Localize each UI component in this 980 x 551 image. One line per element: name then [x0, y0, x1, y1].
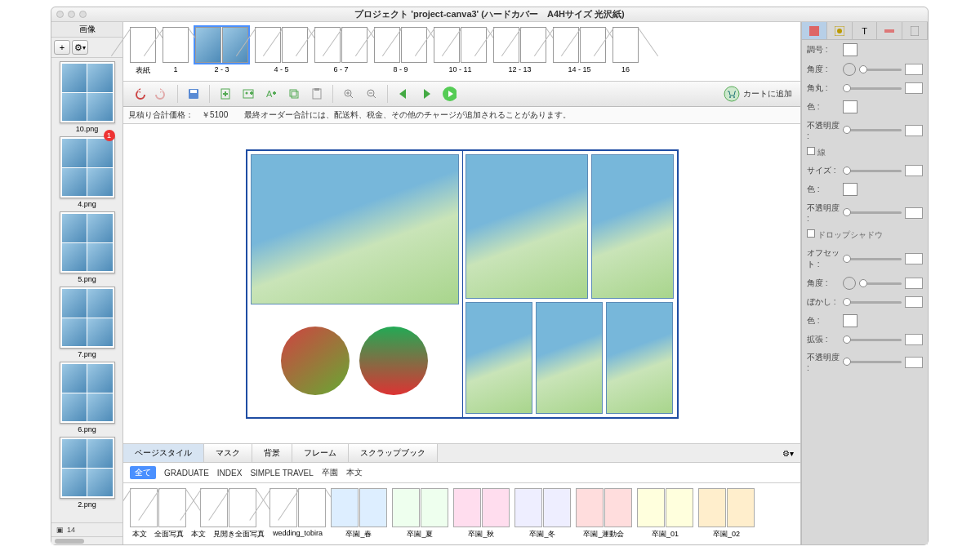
slider[interactable]: [843, 301, 902, 304]
image-thumb[interactable]: 14.png: [60, 136, 115, 208]
style-thumb[interactable]: 卒園_秋: [453, 488, 510, 540]
slider[interactable]: [843, 361, 902, 363]
slider[interactable]: [843, 211, 902, 214]
svg-rect-20: [911, 26, 919, 36]
value-input[interactable]: [905, 64, 923, 75]
add-image-icon[interactable]: [241, 87, 256, 101]
style-thumb[interactable]: 卒園_運動会: [576, 488, 632, 540]
image-thumb[interactable]: 2.png: [60, 437, 115, 509]
style-thumb[interactable]: 卒園_02: [698, 488, 755, 540]
slider[interactable]: [843, 339, 902, 341]
slider[interactable]: [843, 87, 902, 90]
style-thumb[interactable]: 本文 全面写真: [130, 488, 186, 540]
page-thumb[interactable]: 表紙: [130, 27, 156, 76]
angle-dial[interactable]: [843, 63, 856, 76]
prev-page-icon[interactable]: [396, 87, 411, 101]
image-thumb-list: 10.png 14.png 5.png 7.png 6.png 2.png: [51, 58, 122, 522]
page-spread[interactable]: [246, 149, 679, 419]
filter-item[interactable]: 本文: [346, 467, 363, 478]
add-image-button[interactable]: +: [54, 40, 70, 55]
slider[interactable]: [859, 282, 902, 285]
style-thumb[interactable]: 卒園_01: [637, 488, 693, 540]
close-dot[interactable]: [56, 11, 64, 18]
color-swatch[interactable]: [843, 183, 858, 196]
prop-tab-image[interactable]: [802, 22, 827, 39]
zoom-in-icon[interactable]: [341, 87, 356, 101]
play-icon[interactable]: [442, 87, 457, 101]
filter-item[interactable]: SIMPLE TRAVEL: [250, 469, 313, 478]
image-thumb[interactable]: 5.png: [60, 211, 115, 283]
redo-icon[interactable]: [154, 87, 169, 101]
filter-item[interactable]: INDEX: [217, 469, 243, 478]
slider[interactable]: [843, 258, 902, 260]
style-thumb[interactable]: 卒園_夏: [392, 488, 448, 540]
image-thumb[interactable]: 10.png: [60, 61, 115, 133]
slider[interactable]: [859, 69, 902, 71]
style-thumb[interactable]: 卒園_春: [331, 488, 387, 540]
tab-mask[interactable]: マスク: [204, 444, 252, 462]
tab-scrapbook[interactable]: スクラップブック: [349, 444, 438, 462]
value-input[interactable]: [905, 357, 923, 368]
page-thumb[interactable]: 16: [612, 27, 639, 73]
value-input[interactable]: [905, 253, 923, 264]
svg-rect-16: [809, 26, 819, 36]
checkbox[interactable]: [807, 147, 815, 155]
stroke-section: 線: [817, 148, 826, 157]
svg-rect-1: [190, 90, 197, 93]
cart-label[interactable]: カートに追加: [743, 88, 792, 100]
page-thumb[interactable]: 1: [163, 27, 189, 73]
color-swatch[interactable]: [843, 100, 858, 113]
value-input[interactable]: [905, 207, 923, 219]
image-options-button[interactable]: ⚙▾: [72, 40, 88, 55]
prop-tab-page[interactable]: [902, 22, 928, 39]
price-info: 見積り合計価格： ￥5100 最終オーダー合計には、配送料、税金、その他のチャー…: [123, 107, 800, 124]
value-input[interactable]: [905, 296, 923, 308]
color-swatch[interactable]: [843, 43, 858, 56]
style-thumb[interactable]: 卒園_冬: [514, 488, 571, 540]
prop-tab-text[interactable]: T: [853, 22, 878, 39]
tab-frame[interactable]: フレーム: [292, 444, 349, 462]
prop-tab-color[interactable]: [877, 22, 902, 39]
undo-icon[interactable]: [131, 87, 146, 101]
slider[interactable]: [843, 129, 902, 131]
prop-tab-shape[interactable]: [827, 22, 853, 39]
filter-item[interactable]: GRADUATE: [164, 469, 209, 478]
style-filters: 全て GRADUATE INDEX SIMPLE TRAVEL 卒園 本文: [123, 463, 800, 483]
cart-icon[interactable]: [724, 86, 740, 102]
svg-rect-6: [290, 90, 296, 96]
zoom-out-icon[interactable]: [364, 87, 379, 101]
value-input[interactable]: [905, 125, 923, 136]
next-page-icon[interactable]: [419, 87, 434, 101]
angle-dial[interactable]: [843, 277, 856, 290]
value-input[interactable]: [905, 82, 923, 94]
svg-point-18: [837, 29, 842, 33]
value-input[interactable]: [905, 165, 923, 176]
paste-icon[interactable]: [310, 87, 324, 101]
image-thumb[interactable]: 7.png: [60, 287, 115, 358]
zoom-dot[interactable]: [79, 11, 87, 18]
save-icon[interactable]: [186, 87, 201, 101]
tab-pagestyle[interactable]: ページスタイル: [123, 444, 204, 462]
copy-icon[interactable]: [287, 87, 301, 101]
add-text-icon[interactable]: A: [264, 87, 278, 101]
slider[interactable]: [843, 170, 902, 172]
value-input[interactable]: [905, 278, 923, 289]
checkbox[interactable]: [807, 229, 815, 238]
sidebar-scrollbar[interactable]: [51, 536, 122, 544]
tab-background[interactable]: 背景: [252, 444, 292, 462]
filter-item[interactable]: 卒園: [322, 467, 338, 478]
value-input[interactable]: [905, 334, 923, 345]
image-count-icon: ▣: [56, 526, 64, 534]
style-thumb[interactable]: wedding_tobira: [270, 488, 326, 540]
min-dot[interactable]: [68, 11, 75, 18]
properties-panel: T 調号 : 角度 : 角丸 : 色 : 不透明度 : 線 サイズ : 色 : …: [801, 22, 928, 544]
editor-canvas[interactable]: [123, 124, 800, 443]
filter-all[interactable]: 全て: [130, 466, 156, 479]
svg-rect-19: [884, 29, 894, 33]
image-thumb[interactable]: 6.png: [60, 362, 115, 433]
image-sidebar: 画像 + ⚙▾ 10.png 14.png 5.png 7.png 6.png …: [51, 22, 123, 544]
add-page-icon[interactable]: [218, 87, 233, 101]
tab-options[interactable]: ⚙▾: [776, 446, 800, 461]
center-area: 表紙12 - 34 - 56 - 78 - 910 - 1112 - 1314 …: [123, 22, 801, 544]
color-swatch[interactable]: [843, 314, 858, 327]
